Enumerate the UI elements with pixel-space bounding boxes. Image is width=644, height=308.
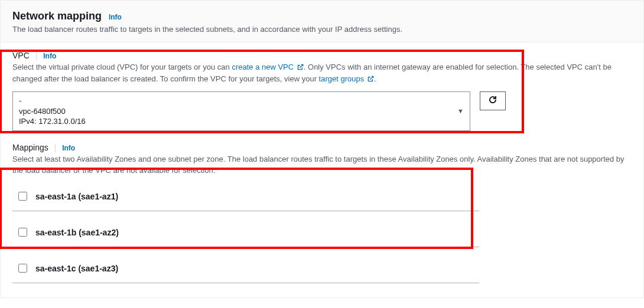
vpc-selected-cidr: IPv4: 172.31.0.0/16 (19, 116, 453, 127)
vpc-selected-dash: - (19, 96, 453, 106)
az-checkbox[interactable] (18, 228, 27, 237)
divider: | (35, 51, 38, 60)
az-label: sa-east-1a (sae1-az1) (35, 192, 118, 201)
external-link-icon (367, 74, 374, 86)
info-link-header[interactable]: Info (109, 13, 122, 21)
info-link-vpc[interactable]: Info (43, 52, 56, 60)
external-link-icon (297, 63, 304, 74)
az-row: sa-east-1c (sae1-az3) (12, 254, 479, 283)
az-row: sa-east-1b (sae1-az2) (12, 218, 479, 247)
create-vpc-link[interactable]: create a new VPC (232, 63, 294, 71)
vpc-help-text: Select the virtual private cloud (VPC) f… (12, 62, 632, 86)
vpc-label: VPC (12, 51, 30, 60)
mappings-help-text: Select at least two Availability Zones a… (12, 154, 632, 176)
info-link-mappings[interactable]: Info (62, 144, 75, 152)
target-groups-link[interactable]: target groups (319, 74, 365, 83)
vpc-help-post: . (374, 74, 376, 83)
divider: | (54, 143, 57, 152)
chevron-down-icon: ▼ (457, 107, 464, 116)
az-label: sa-east-1b (sae1-az2) (35, 228, 119, 237)
refresh-button[interactable] (480, 91, 506, 110)
panel-body: VPC | Info Select the virtual private cl… (1, 42, 643, 297)
vpc-select[interactable]: - vpc-6480f500 IPv4: 172.31.0.0/16 ▼ (12, 91, 470, 131)
az-checkbox[interactable] (18, 192, 27, 201)
panel-title: Network mapping (12, 10, 102, 22)
vpc-row: - vpc-6480f500 IPv4: 172.31.0.0/16 ▼ (12, 91, 632, 131)
panel-header: Network mapping Info The load balancer r… (1, 1, 643, 42)
az-row: sa-east-1a (sae1-az1) (12, 182, 479, 211)
az-checkbox[interactable] (18, 264, 27, 273)
mappings-label: Mappings (12, 143, 48, 152)
refresh-icon (488, 95, 497, 106)
vpc-section: VPC | Info Select the virtual private cl… (12, 51, 632, 131)
panel-description: The load balancer routes traffic to targ… (12, 25, 632, 34)
mappings-section: Mappings | Info Select at least two Avai… (12, 143, 632, 283)
vpc-selected-id: vpc-6480f500 (19, 106, 453, 117)
vpc-help-pre: Select the virtual private cloud (VPC) f… (12, 63, 232, 71)
network-mapping-panel: Network mapping Info The load balancer r… (0, 0, 644, 298)
az-label: sa-east-1c (sae1-az3) (35, 264, 118, 273)
